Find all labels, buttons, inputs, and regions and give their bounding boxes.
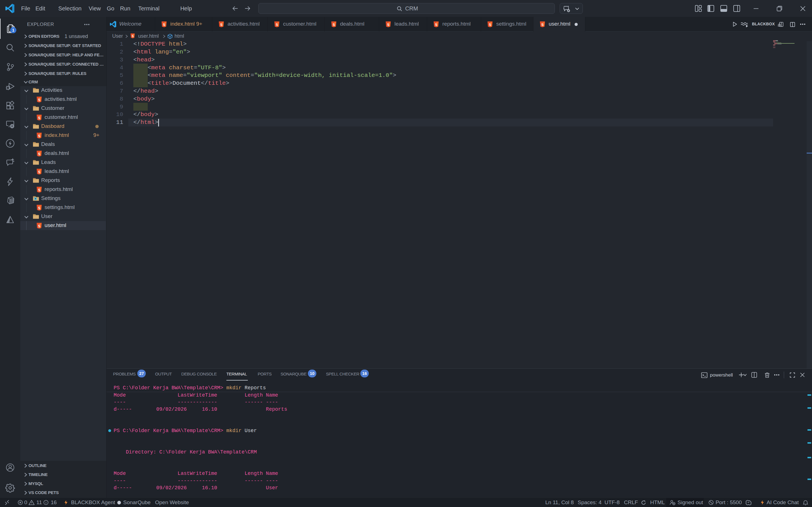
svg-text:5: 5 bbox=[333, 22, 335, 27]
svg-text:5: 5 bbox=[132, 34, 133, 38]
svg-text:5: 5 bbox=[38, 134, 40, 138]
svg-text:5: 5 bbox=[38, 98, 40, 102]
svg-text:5: 5 bbox=[220, 22, 222, 27]
svg-text:5: 5 bbox=[38, 224, 40, 228]
svg-text:5: 5 bbox=[387, 22, 389, 27]
svg-text:5: 5 bbox=[163, 22, 165, 27]
svg-text:5: 5 bbox=[38, 170, 40, 174]
svg-text:5: 5 bbox=[38, 188, 40, 192]
svg-text:5: 5 bbox=[276, 22, 278, 27]
svg-text:5: 5 bbox=[435, 22, 437, 27]
svg-text:5: 5 bbox=[38, 206, 40, 210]
svg-text:5: 5 bbox=[489, 22, 491, 27]
svg-text:5: 5 bbox=[38, 116, 40, 120]
svg-text:5: 5 bbox=[541, 22, 544, 27]
svg-text:5: 5 bbox=[38, 152, 40, 156]
